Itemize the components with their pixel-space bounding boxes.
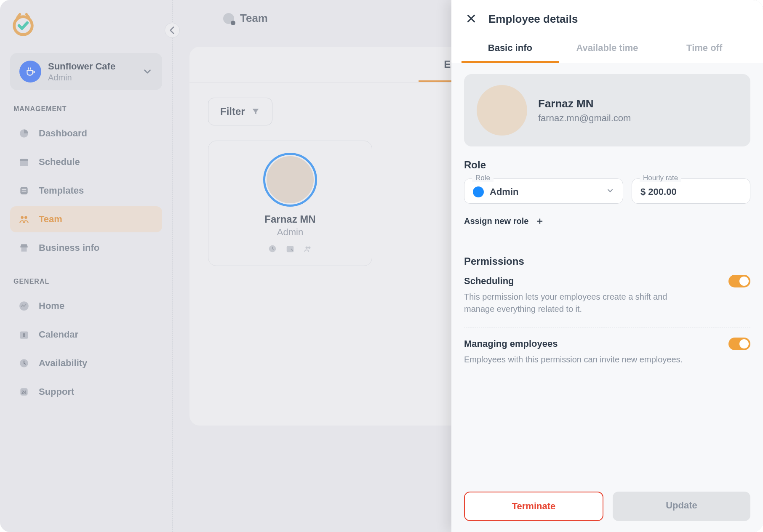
svg-point-7 [24,216,27,219]
workspace-role: Admin [48,73,135,82]
assign-new-role-label: Assign new role [464,216,528,226]
svg-rect-2 [20,159,28,161]
section-role-heading: Role [464,159,750,171]
app-logo [10,12,36,38]
rate-value: $ 200.00 [640,186,742,197]
drawer-footer: Terminate Update [451,482,763,532]
divider [464,241,750,241]
svg-rect-4 [22,189,27,190]
employee-role: Admin [277,227,303,238]
person-email: farnaz.mn@gmail.com [538,113,631,124]
section-permissions-heading: Permissions [464,255,750,267]
sidebar-item-calendar[interactable]: 8 Calendar [10,322,162,348]
sidebar-item-label: Templates [39,185,84,196]
employee-card[interactable]: Farnaz MN Admin [208,141,372,266]
sidebar-item-support[interactable]: 24 Support [10,379,162,405]
rate-field-label: Hourly rate [640,174,681,182]
tab-time-off[interactable]: Time off [656,37,753,63]
employee-name: Farnaz MN [264,213,315,225]
sidebar-item-label: Business info [39,242,99,253]
sidebar-item-availability[interactable]: Availability [10,350,162,376]
chevron-down-icon [142,66,153,77]
coffee-icon [25,66,36,77]
sidebar: Sunflower Cafe Admin MANAGEMENT Dashboar… [0,0,173,532]
support-icon: 24 [18,386,30,398]
app-root: Sunflower Cafe Admin MANAGEMENT Dashboar… [0,0,763,532]
close-icon [466,13,477,24]
sidebar-item-team[interactable]: Team [10,206,162,232]
sidebar-item-label: Team [39,214,62,225]
assign-new-role-button[interactable]: Assign new role ＋ [464,215,750,226]
sidebar-item-templates[interactable]: Templates [10,178,162,204]
filter-icon [251,107,260,116]
drawer-tab-row: Basic info Available time Time off [451,37,763,63]
employee-capabilities [267,244,313,254]
chevron-down-icon [606,186,614,197]
plus-icon: ＋ [534,215,545,226]
permission-title: Managing employees [464,338,558,349]
sidebar-item-business-info[interactable]: Business info [10,235,162,261]
svg-text:8: 8 [23,332,25,338]
employee-details-drawer: Employee details Basic info Available ti… [451,0,763,532]
role-select[interactable]: Role Admin [464,178,623,204]
permission-description: Employees with this permission can invit… [464,354,700,366]
breadcrumb-label: Team [240,12,268,25]
filter-button[interactable]: Filter [208,98,272,125]
sidebar-item-label: Home [39,301,64,311]
svg-point-6 [21,216,24,219]
person-card: Farnaz MN farnaz.mn@gmail.com [464,74,750,146]
role-value: Admin [490,186,518,197]
workspace-name: Sunflower Cafe [48,61,135,72]
role-field-label: Role [472,174,494,182]
svg-rect-5 [22,191,27,192]
calendar-icon [18,156,30,168]
clock-icon [18,357,30,370]
workspace-icon [19,61,41,82]
employee-avatar [263,153,317,207]
permission-scheduling: Scheduling This permission lets your emp… [464,275,750,327]
section-label-general: GENERAL [13,278,159,285]
svg-text:24: 24 [21,390,27,395]
permission-title: Scheduling [464,276,514,287]
sidebar-item-dashboard[interactable]: Dashboard [10,120,162,146]
section-label-management: MANAGEMENT [13,105,159,113]
svg-point-17 [306,247,308,249]
svg-point-18 [308,247,311,249]
sidebar-collapse-button[interactable] [165,23,180,38]
home-icon [18,300,30,312]
sidebar-item-label: Dashboard [39,128,87,139]
svg-rect-16 [287,246,294,253]
workspace-selector[interactable]: Sunflower Cafe Admin [10,53,162,90]
sidebar-item-label: Support [39,386,74,397]
pie-icon [18,127,30,140]
sidebar-item-label: Schedule [39,157,80,168]
templates-icon [18,184,30,197]
person-name: Farnaz MN [538,97,631,110]
close-button[interactable] [466,13,478,26]
sidebar-item-home[interactable]: Home [10,293,162,319]
person-avatar [477,85,527,136]
svg-rect-8 [21,247,27,252]
calendar-day-icon: 8 [18,328,30,341]
chevron-left-icon [167,25,178,36]
sidebar-item-schedule[interactable]: Schedule [10,149,162,175]
team-icon [18,213,30,226]
tab-basic-info[interactable]: Basic info [462,37,559,63]
hourly-rate-input[interactable]: Hourly rate $ 200.00 [632,178,750,204]
calendar-edit-icon [285,244,295,254]
sidebar-item-label: Calendar [39,329,78,340]
search-icon[interactable] [223,13,234,24]
clock-icon [267,244,277,254]
store-icon [18,242,30,254]
drawer-header: Employee details [451,0,763,37]
permission-scheduling-toggle[interactable] [728,275,750,287]
sidebar-item-label: Availability [39,358,87,369]
terminate-button[interactable]: Terminate [464,492,603,521]
update-button[interactable]: Update [613,492,750,521]
drawer-body: Farnaz MN farnaz.mn@gmail.com Role Role … [451,63,763,482]
drawer-title: Employee details [488,13,578,26]
tab-available-time[interactable]: Available time [559,37,656,63]
permission-managing-employees: Managing employees Employees with this p… [464,338,750,378]
role-color-dot [473,186,484,197]
permission-managing-toggle[interactable] [728,338,750,350]
